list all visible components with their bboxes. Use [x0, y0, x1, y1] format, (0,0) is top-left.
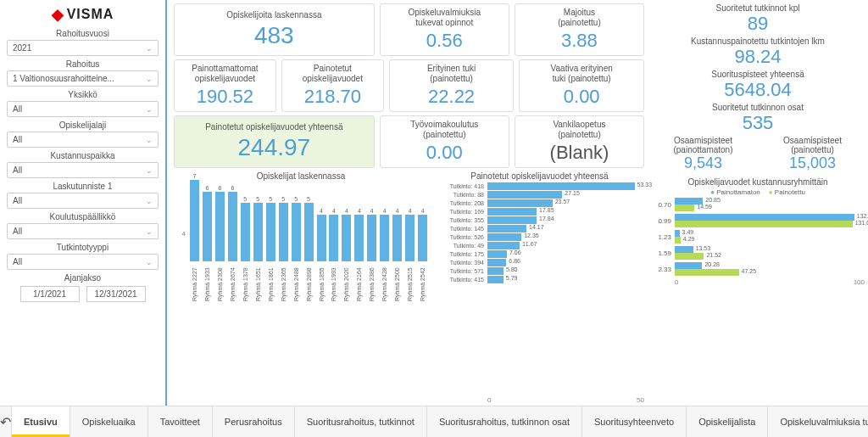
legend-painottamaton: Painottamaton: [710, 188, 760, 196]
hbar-row: Tutkinto: 1757.06: [435, 250, 639, 258]
filter-sidebar: ◆ VISMA Rahoitusvuosi 2021 ⌄ Rahoitus 1 …: [0, 0, 165, 406]
grouped-row: 1.5913.5321.52: [651, 246, 865, 260]
legend-painotettu: Painotettu: [769, 188, 805, 196]
card-painotetut: Painotetutopiskelijavuodet 218.70: [281, 59, 384, 112]
filter-label-rahoitus: Rahoitus: [7, 59, 159, 69]
hbar-row: Tutkinto: 14514.17: [435, 225, 639, 233]
bar-column: 5Ryhmä 2898: [303, 196, 314, 301]
tab-perusrahoitus[interactable]: Perusrahoitus: [213, 406, 295, 437]
bar-column: 5Ryhmä 1378: [240, 196, 251, 301]
bar-column: 7Ryhmä 2227: [189, 173, 200, 301]
grouped-row: 2.3320.2847.25: [651, 262, 865, 276]
filter-yksikko[interactable]: All ⌄: [7, 101, 159, 117]
filter-label-laskutunniste: Laskutunniste 1: [7, 182, 159, 191]
filter-rahoitusvuosi[interactable]: 2021 ⌄: [7, 40, 159, 56]
hbar-row: Tutkinto: 8827.15: [435, 191, 639, 199]
bar-column: 4Ryhmä 1855: [316, 208, 327, 301]
kpi-kust-tutk: Kustannuspainotettu tutkintojen lkm 98.2…: [651, 36, 865, 68]
tab-suoritusrahoitus-tutkinnon-osat[interactable]: Suoritusrahoitus, tutkinnon osat: [427, 406, 582, 437]
tab-opiskeluaika[interactable]: Opiskeluaika: [70, 406, 148, 437]
kpi-osaamis-painotettu: Osaamispisteet(painotettu) 15,003: [760, 136, 865, 172]
filter-label-ajanjakso: Ajanjakso: [7, 273, 159, 283]
date-to-input[interactable]: 12/31/2021: [86, 286, 146, 302]
filter-label-opiskelijalaji: Opiskelijalaji: [7, 120, 159, 130]
bar-column: 4Ryhmä 2500: [392, 208, 403, 301]
chevron-down-icon: ⌄: [146, 258, 153, 266]
tab-etusivu[interactable]: Etusivu: [12, 406, 70, 437]
chart-kustannusryhmittain[interactable]: Opiskelijavuodet kustannusryhmittäin Pai…: [651, 177, 865, 404]
bar-column: 4Ryhmä 2428: [379, 208, 390, 301]
bar-column: 5Ryhmä 2365: [278, 196, 289, 301]
tab-suoritusyhteenveto[interactable]: Suoritusyhteenveto: [582, 406, 687, 437]
filter-label-rahoitusvuosi: Rahoitusvuosi: [7, 29, 159, 38]
grouped-row: 1.233.494.29: [651, 230, 865, 244]
page-tabs: ↶ EtusivuOpiskeluaikaTavoitteetPerusraho…: [0, 406, 868, 437]
chevron-down-icon: ⌄: [146, 166, 153, 175]
hbar-row: Tutkinto: 52612.35: [435, 233, 639, 241]
bar-column: 4Ryhmä 1993: [328, 208, 339, 301]
bar-column: 5Ryhmä 1861: [265, 196, 276, 301]
filter-tutkintotyyppi[interactable]: All ⌄: [7, 254, 159, 270]
brand-name: VISMA: [67, 7, 114, 22]
filter-laskutunniste[interactable]: All ⌄: [7, 193, 159, 209]
tab-suoritusrahoitus-tutkinnot[interactable]: Suoritusrahoitus, tutkinnot: [295, 406, 427, 437]
date-from-input[interactable]: 1/1/2021: [20, 286, 80, 302]
kpi-suorituspisteet: Suorituspisteet yhteensä 5648.04: [651, 70, 865, 101]
bar-column: 6Ryhmä 1933: [202, 185, 213, 302]
filter-rahoitus[interactable]: 1 Valtionosuusrahoitteine... ⌄: [7, 70, 159, 87]
filter-opiskelijalaji[interactable]: All ⌄: [7, 132, 159, 148]
bar-column: 4Ryhmä 2020: [341, 208, 352, 301]
card-painottamattomat: Painottamattomatopiskelijavuodet 190.52: [174, 59, 276, 112]
grouped-row: 0.7020.8514.59: [651, 198, 865, 211]
chevron-down-icon: ⌄: [146, 105, 153, 114]
back-button[interactable]: ↶: [0, 406, 12, 437]
grouped-row: 0.99132.37131.04: [651, 214, 865, 227]
chart-opiskelijat[interactable]: Opiskelijat laskennassa 4 7Ryhmä 22276Ry…: [174, 171, 428, 404]
card-vankila: Vankilaopetus(painotettu) (Blank): [515, 115, 644, 168]
bar-column: 6Ryhmä 2674: [227, 185, 238, 302]
brand-logo: ◆ VISMA: [7, 5, 159, 24]
chevron-down-icon: ⌄: [146, 227, 153, 236]
card-opiskeluvalmiuksia: Opiskeluvalmiuksiatukevat opinnot 0.56: [380, 3, 509, 56]
bar-column: 4Ryhmä 2542: [417, 208, 428, 301]
bar-column: 4Ryhmä 2386: [366, 208, 377, 301]
kpi-tutkinnot-kpl: Suoritetut tutkinnot kpl 89: [651, 3, 865, 35]
chevron-down-icon: ⌄: [146, 136, 153, 144]
card-majoitus: Majoitus(painotettu) 3.88: [515, 3, 644, 56]
hbar-row: Tutkinto: 5715.80: [435, 267, 639, 275]
hbar-row: Tutkinto: 20823.57: [435, 199, 639, 207]
filter-label-yksikko: Yksikkö: [7, 90, 159, 99]
hbar-row: Tutkinto: 4911.67: [435, 242, 639, 249]
chevron-down-icon: ⌄: [146, 197, 153, 205]
bar-column: 4Ryhmä 2515: [404, 208, 415, 301]
card-tyovoima: Työvoimakoulutus(painotettu) 0.00: [380, 115, 509, 168]
card-yhteensa: Painotetut opiskelijavuodet yhteensä 244…: [174, 115, 375, 168]
kpi-column: Suoritetut tutkinnot kpl 89 Kustannuspai…: [651, 3, 865, 404]
card-vaativa: Vaativa erityinentuki (painotettu) 0.00: [519, 59, 644, 112]
hbar-row: Tutkinto: 4155.79: [435, 276, 639, 283]
tab-tavoitteet[interactable]: Tavoitteet: [148, 406, 213, 437]
hbar-row: Tutkinto: 3946.86: [435, 259, 639, 266]
filter-koulutuspaallikko[interactable]: All ⌄: [7, 223, 159, 239]
filter-kustannuspaikka[interactable]: All ⌄: [7, 162, 159, 178]
logo-icon: ◆: [52, 5, 64, 24]
bar-column: 6Ryhmä 2308: [214, 185, 225, 302]
hbar-row: Tutkinto: 41853.33: [435, 182, 639, 190]
main-dashboard: Opiskelijoita laskennassa 483 Opiskeluva…: [165, 0, 868, 406]
bar-column: 4Ryhmä 2164: [353, 208, 364, 301]
chevron-down-icon: ⌄: [146, 44, 153, 53]
chart-painotetut-yhteensa[interactable]: Painotetut opiskelijavuodet yhteensä Tut…: [435, 171, 644, 404]
card-opiskelijoita: Opiskelijoita laskennassa 483: [174, 3, 375, 56]
bar-column: 5Ryhmä 2488: [291, 196, 302, 301]
hbar-row: Tutkinto: 16917.85: [435, 208, 639, 216]
kpi-osaamis-painottamaton: Osaamispisteet(painottamaton) 9,543: [651, 136, 755, 172]
tab-opiskelijalista[interactable]: Opiskelijalista: [687, 406, 768, 437]
hbar-row: Tutkinto: 35517.84: [435, 216, 639, 224]
kpi-tutkinnon-osat: Suoritetut tutkinnon osat 535: [651, 103, 865, 134]
chevron-down-icon: ⌄: [146, 75, 153, 83]
filter-label-tutkintotyyppi: Tutkintotyyppi: [7, 243, 159, 252]
card-erityinen: Erityinen tuki(painotettu) 22.22: [389, 59, 515, 112]
tab-opiskeluvalmiuksia-tukevat[interactable]: Opiskeluvalmiuksia tukevat: [768, 406, 868, 437]
filter-label-kustannuspaikka: Kustannuspaikka: [7, 151, 159, 160]
filter-label-koulutuspaallikko: Koulutuspäällikkö: [7, 212, 159, 221]
